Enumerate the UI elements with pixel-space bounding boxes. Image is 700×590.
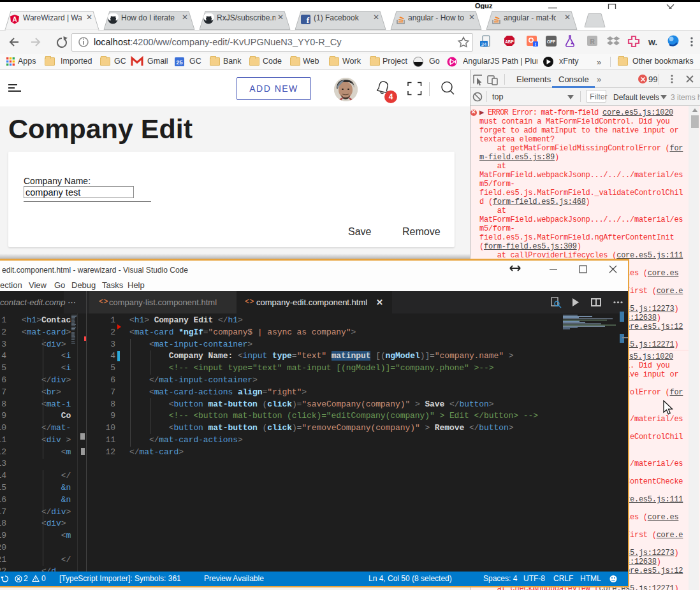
svg-text:!: ! bbox=[535, 42, 536, 47]
svg-text:R: R bbox=[590, 38, 595, 45]
svg-text:f: f bbox=[307, 15, 310, 25]
svg-text:w.: w. bbox=[648, 37, 657, 47]
svg-text:OFF: OFF bbox=[547, 40, 555, 44]
svg-text:34: 34 bbox=[481, 41, 486, 47]
svg-text:ABP: ABP bbox=[505, 40, 514, 44]
svg-text:A: A bbox=[12, 16, 17, 23]
svg-text:»: » bbox=[597, 57, 601, 67]
svg-text:25: 25 bbox=[176, 59, 182, 66]
